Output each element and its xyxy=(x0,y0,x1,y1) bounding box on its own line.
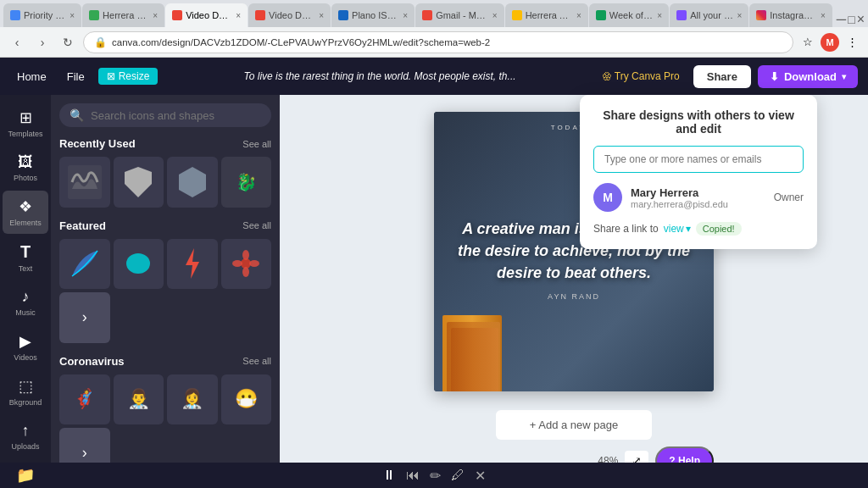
maximize-btn[interactable]: □ xyxy=(848,13,854,26)
canva-pro-button[interactable]: 🏵 Try Canva Pro xyxy=(602,70,680,82)
featured-item-4[interactable] xyxy=(221,239,272,290)
view-dropdown-icon: ▾ xyxy=(686,223,691,235)
recently-used-see-all[interactable]: See all xyxy=(242,139,271,149)
sidebar-item-folders[interactable]: 📁 Folders xyxy=(3,459,48,488)
tab-favicon xyxy=(422,10,432,20)
user-info: Mary Herrera mary.herrera@pisd.edu xyxy=(631,186,765,209)
profile-icon[interactable]: M xyxy=(821,33,839,52)
close-toolbar-icon[interactable]: ✕ xyxy=(475,468,486,484)
file-menu[interactable]: File xyxy=(60,67,92,86)
squiggly-shape-svg xyxy=(68,165,102,199)
tab-label: Gmail - Mary H... xyxy=(436,10,489,20)
close-btn[interactable]: × xyxy=(857,12,865,27)
tab-label: Herrera Answ... xyxy=(526,10,573,20)
tab-close-icon[interactable]: × xyxy=(821,11,826,20)
corona-item-4[interactable]: 😷 xyxy=(221,374,272,425)
tab-close-icon[interactable]: × xyxy=(403,11,408,20)
shape-item-dragon[interactable]: 🐉 xyxy=(221,157,272,208)
skip-back-icon[interactable]: ⏮ xyxy=(406,468,420,483)
shape-item-shield[interactable] xyxy=(114,157,164,208)
tab-herrera[interactable]: Herrera Marc... × xyxy=(82,3,164,27)
forward-button[interactable]: › xyxy=(32,32,53,53)
elements-panel: 🔍 Recently Used See all xyxy=(51,95,280,463)
tab-week[interactable]: Week of Mar... × xyxy=(589,3,669,27)
tab-instagram[interactable]: Instagram Po... × xyxy=(749,3,832,27)
sidebar-item-music[interactable]: ♪ Music xyxy=(3,281,48,324)
bottom-toolbar: ⏸ ⏮ ✏ 🖊 ✕ xyxy=(0,463,868,488)
sidebar-item-videos[interactable]: ▶ Videos xyxy=(3,325,48,369)
brush-icon[interactable]: 🖊 xyxy=(451,468,465,483)
tab-designs[interactable]: All your desi... × xyxy=(670,3,748,27)
coronavirus-header: Coronavirus See all xyxy=(59,355,271,368)
tab-label: Instagram Po... xyxy=(770,10,817,20)
share-view-dropdown[interactable]: view ▾ xyxy=(664,223,691,235)
help-button[interactable]: ? Help xyxy=(655,446,714,463)
tab-label: Week of Mar... xyxy=(609,10,654,20)
tab-gmail[interactable]: Gmail - Mary H... × xyxy=(415,3,504,27)
shape-item-squiggly[interactable] xyxy=(59,157,110,208)
featured-item-3[interactable] xyxy=(167,239,218,290)
minimize-btn[interactable]: ─ xyxy=(837,12,846,27)
extensions-icon[interactable]: ⋮ xyxy=(843,33,861,52)
reload-button[interactable]: ↻ xyxy=(58,32,78,53)
sidebar-label-text: Text xyxy=(19,264,33,273)
tab-video-active[interactable]: Video Details... × xyxy=(165,3,248,27)
tab-close-icon[interactable]: × xyxy=(319,11,324,20)
tab-herrera-ans[interactable]: Herrera Answ... × xyxy=(505,3,588,27)
tab-close-icon[interactable]: × xyxy=(70,11,75,20)
featured-item-1[interactable] xyxy=(59,239,110,290)
tab-close-icon[interactable]: × xyxy=(657,11,662,20)
pause-icon[interactable]: ⏸ xyxy=(382,468,396,483)
featured-item-more[interactable]: › xyxy=(59,292,110,343)
tab-favicon xyxy=(10,10,20,20)
tab-priority[interactable]: Priority - Go... × xyxy=(3,3,81,27)
tab-close-icon[interactable]: × xyxy=(492,11,498,20)
tab-close-icon[interactable]: × xyxy=(153,11,158,20)
user-role-badge: Owner xyxy=(774,191,804,203)
resize-button[interactable]: ⊠ Resize xyxy=(98,68,159,85)
pen-icon[interactable]: ✏ xyxy=(430,468,441,484)
sidebar-item-uploads[interactable]: ↑ Uploads xyxy=(3,415,48,458)
featured-item-2[interactable] xyxy=(114,239,164,290)
share-email-input[interactable] xyxy=(593,146,804,173)
coronavirus-grid: 🦸 👨‍⚕️ 👩‍⚕️ 😷 › xyxy=(59,374,271,463)
sidebar-item-elements[interactable]: ❖ Elements xyxy=(3,191,48,234)
address-bar[interactable]: 🔒 canva.com/design/DACVzb1ZDOM/-CLePVAUw… xyxy=(83,31,793,53)
back-button[interactable]: ‹ xyxy=(7,32,27,53)
corona-item-3[interactable]: 👩‍⚕️ xyxy=(167,374,218,425)
sidebar-item-templates[interactable]: ⊞ Templates xyxy=(3,102,48,145)
sidebar-label-uploads: Uploads xyxy=(11,442,39,451)
sidebar-item-photos[interactable]: 🖼 Photos xyxy=(3,147,48,189)
tab-favicon xyxy=(512,10,522,20)
coronavirus-see-all[interactable]: See all xyxy=(242,356,271,366)
tab-close-icon[interactable]: × xyxy=(576,11,581,20)
share-user-row: M Mary Herrera mary.herrera@pisd.edu Own… xyxy=(593,183,804,212)
copied-badge: Copied! xyxy=(696,222,742,236)
sidebar-label-elements: Elements xyxy=(9,219,42,227)
corona-item-1[interactable]: 🦸 xyxy=(59,374,110,425)
search-input[interactable] xyxy=(91,109,261,122)
share-button[interactable]: Share xyxy=(693,65,751,88)
search-box[interactable]: 🔍 xyxy=(59,103,271,127)
dropdown-arrow-icon[interactable]: ▾ xyxy=(842,72,846,81)
fit-screen-button[interactable]: ⤢ xyxy=(625,451,648,463)
tab-close-icon[interactable]: × xyxy=(737,11,742,20)
tab-plano[interactable]: Plano ISD - A... × xyxy=(331,3,415,27)
featured-see-all[interactable]: See all xyxy=(242,220,271,230)
tab-favicon xyxy=(676,10,687,20)
download-button[interactable]: ⬇ Download ▾ xyxy=(758,65,858,88)
add-page-button[interactable]: + Add a new page xyxy=(496,410,652,440)
tab-favicon xyxy=(596,10,606,20)
shape-item-hexagon[interactable] xyxy=(167,157,218,208)
corona-item-more[interactable]: › xyxy=(59,428,110,463)
corona-item-2[interactable]: 👨‍⚕️ xyxy=(114,374,164,425)
home-button[interactable]: Home xyxy=(10,67,53,86)
sidebar-item-text[interactable]: T Text xyxy=(3,236,48,280)
tab-close-icon[interactable]: × xyxy=(236,11,241,20)
doctor-icon: 👨‍⚕️ xyxy=(127,388,150,410)
bookmark-icon[interactable]: ☆ xyxy=(798,33,817,52)
tab-video2[interactable]: Video Details... × xyxy=(248,3,331,27)
left-sidebar: ⊞ Templates 🖼 Photos ❖ Elements T Text ♪… xyxy=(0,95,51,463)
sidebar-item-background[interactable]: ⬚ Bkground xyxy=(3,370,48,413)
coronavirus-title: Coronavirus xyxy=(59,355,125,368)
